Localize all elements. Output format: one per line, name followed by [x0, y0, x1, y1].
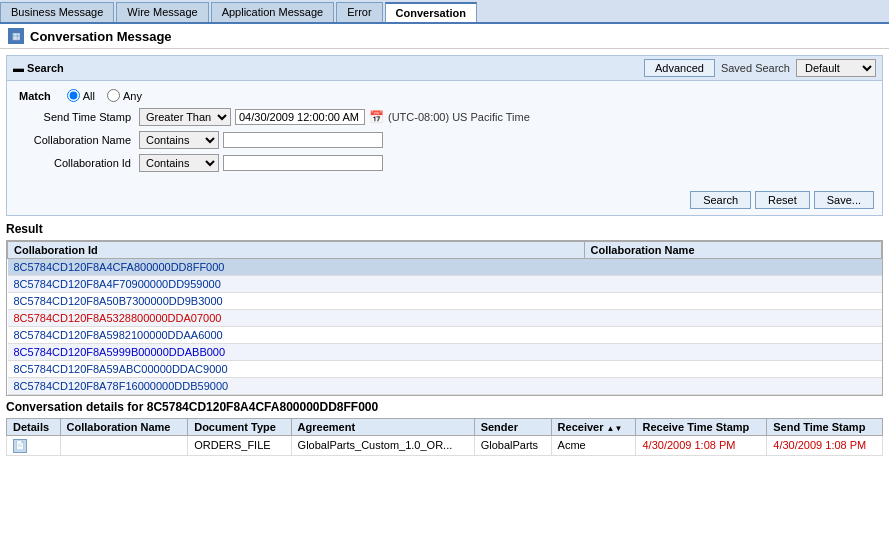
collaboration-name-value[interactable]: [223, 132, 383, 148]
col-collaboration-id: Collaboration Id: [8, 242, 585, 259]
tab-conversation[interactable]: Conversation: [385, 2, 477, 22]
match-any-label: Any: [123, 90, 142, 102]
result-table-header: Collaboration Id Collaboration Name: [8, 242, 882, 259]
tab-error[interactable]: Error: [336, 2, 382, 22]
collaboration-id-label: Collaboration Id: [19, 157, 139, 169]
details-section: Conversation details for 8C5784CD120F8A4…: [6, 400, 883, 456]
search-actions: Search Reset Save...: [7, 185, 882, 215]
match-all-radio[interactable]: [67, 89, 80, 102]
table-row[interactable]: 8C5784CD120F8A5328800000DDA07000: [8, 310, 882, 327]
table-row[interactable]: 8C5784CD120F8A4CFA800000DD8FF000: [8, 259, 882, 276]
collaboration-id-value[interactable]: [223, 155, 383, 171]
details-table-header: Details Collaboration Name Document Type…: [7, 419, 883, 436]
calendar-icon[interactable]: 📅: [369, 110, 384, 124]
col-collaboration-name: Collaboration Name: [584, 242, 881, 259]
collaboration-id-row: Collaboration Id Contains Equals Starts …: [19, 154, 870, 172]
page-icon: ▦: [8, 28, 24, 44]
tab-wire-message[interactable]: Wire Message: [116, 2, 208, 22]
reset-button[interactable]: Reset: [755, 191, 810, 209]
search-header: ▬ Search Advanced Saved Search Default: [7, 56, 882, 81]
timezone-label: (UTC-08:00) US Pacific Time: [388, 111, 530, 123]
details-icon[interactable]: 📄: [13, 439, 27, 453]
tab-application-message[interactable]: Application Message: [211, 2, 335, 22]
match-label: Match: [19, 90, 51, 102]
details-table: Details Collaboration Name Document Type…: [6, 418, 883, 456]
send-time-stamp-input-group: Greater Than Less Than Equal To Between …: [139, 108, 530, 126]
match-all-label: All: [83, 90, 95, 102]
table-row[interactable]: 8C5784CD120F8A5982100000DDAA6000: [8, 327, 882, 344]
saved-search-label: Saved Search: [721, 62, 790, 74]
match-any-radio[interactable]: [107, 89, 120, 102]
collaboration-name-row: Collaboration Name Contains Equals Start…: [19, 131, 870, 149]
send-time-stamp-operator[interactable]: Greater Than Less Than Equal To Between: [139, 108, 231, 126]
search-toggle[interactable]: ▬ Search: [13, 62, 64, 74]
match-all-option[interactable]: All: [67, 89, 95, 102]
collaboration-id-input-group: Contains Equals Starts With: [139, 154, 383, 172]
table-row[interactable]: 8C5784CD120F8A50B7300000DD9B3000: [8, 293, 882, 310]
collaboration-name-label: Collaboration Name: [19, 134, 139, 146]
send-time-stamp-row: Send Time Stamp Greater Than Less Than E…: [19, 108, 870, 126]
col-doc-type: Document Type: [188, 419, 291, 436]
result-section: Result Collaboration Id Collaboration Na…: [6, 222, 883, 396]
table-row[interactable]: 8C5784CD120F8A5999B00000DDABB000: [8, 344, 882, 361]
page-title-bar: ▦ Conversation Message: [0, 24, 889, 49]
save-button[interactable]: Save...: [814, 191, 874, 209]
page-title: Conversation Message: [30, 29, 172, 44]
sort-icon: ▲▼: [607, 424, 623, 433]
match-row: Match All Any: [19, 89, 870, 102]
send-time-stamp-label: Send Time Stamp: [19, 111, 139, 123]
match-any-option[interactable]: Any: [107, 89, 142, 102]
col-receive-time: Receive Time Stamp: [636, 419, 767, 436]
collaboration-id-operator[interactable]: Contains Equals Starts With: [139, 154, 219, 172]
col-sender: Sender: [474, 419, 551, 436]
search-button[interactable]: Search: [690, 191, 751, 209]
advanced-button[interactable]: Advanced: [644, 59, 715, 77]
search-header-right: Advanced Saved Search Default: [644, 59, 876, 77]
search-section: ▬ Search Advanced Saved Search Default M…: [6, 55, 883, 216]
details-title-prefix: Conversation details for: [6, 400, 143, 414]
col-details: Details: [7, 419, 61, 436]
tab-business-message[interactable]: Business Message: [0, 2, 114, 22]
collaboration-name-input-group: Contains Equals Starts With: [139, 131, 383, 149]
table-row[interactable]: 8C5784CD120F8A78F16000000DDB59000: [8, 378, 882, 395]
send-time-stamp-value[interactable]: [235, 109, 365, 125]
result-table-wrap[interactable]: Collaboration Id Collaboration Name 8C57…: [6, 240, 883, 396]
result-table: Collaboration Id Collaboration Name 8C57…: [7, 241, 882, 395]
result-title: Result: [6, 222, 883, 236]
col-send-time: Send Time Stamp: [767, 419, 883, 436]
details-title: Conversation details for 8C5784CD120F8A4…: [6, 400, 883, 414]
collaboration-name-operator[interactable]: Contains Equals Starts With: [139, 131, 219, 149]
col-agreement: Agreement: [291, 419, 474, 436]
col-collab-name: Collaboration Name: [60, 419, 188, 436]
details-conversation-id: 8C5784CD120F8A4CFA800000DD8FF000: [147, 400, 378, 414]
tab-bar: Business MessageWire MessageApplication …: [0, 0, 889, 24]
table-row[interactable]: 8C5784CD120F8A4F70900000DD959000: [8, 276, 882, 293]
saved-search-select[interactable]: Default: [796, 59, 876, 77]
table-row[interactable]: 8C5784CD120F8A59ABC00000DDAC9000: [8, 361, 882, 378]
search-body: Match All Any Send Time Stamp Greater Th…: [7, 81, 882, 185]
details-table-row[interactable]: 📄ORDERS_FILEGlobalParts_Custom_1.0_OR...…: [7, 436, 883, 456]
col-receiver[interactable]: Receiver ▲▼: [551, 419, 636, 436]
